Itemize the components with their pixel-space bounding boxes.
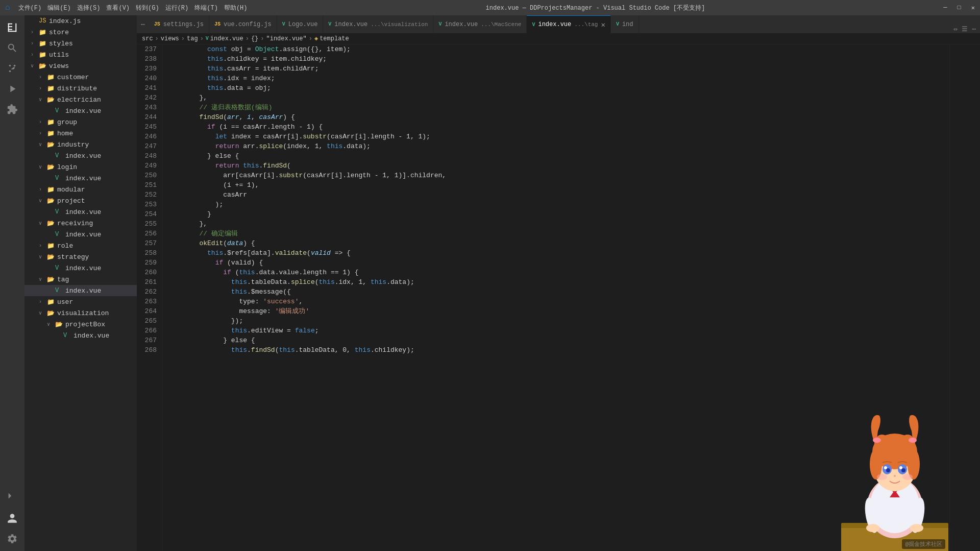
menu-bar[interactable]: 文件(F) 编辑(E) 选择(S) 查看(V) 转到(G) 运行(R) 终端(T… [18, 4, 248, 12]
sidebar-label: group [57, 118, 77, 126]
breadcrumb-tag[interactable]: tag [187, 35, 198, 42]
tab-index-mac[interactable]: V index.vue ...\MacScene [433, 15, 527, 33]
sidebar-item-indexjs[interactable]: JS index.js [24, 15, 137, 27]
sidebar-item-electrician-index[interactable]: V index.vue [24, 105, 137, 116]
more-actions-button[interactable]: ⋯ [972, 25, 976, 33]
code-line-260: if (this.data.value.length == 1) { [167, 268, 949, 277]
sidebar-item-projectbox[interactable]: ∨ 📂 projectBox [24, 319, 137, 330]
vue-icon: V [55, 208, 63, 215]
menu-goto[interactable]: 转到(G) [136, 4, 159, 12]
layout-button[interactable]: ☰ [962, 25, 968, 33]
activity-source-control[interactable] [4, 60, 20, 77]
more-tabs-button[interactable]: ⋯ [137, 15, 149, 33]
vue-icon: V [63, 332, 71, 339]
sidebar-label: index.js [49, 17, 81, 25]
menu-edit[interactable]: 编辑(E) [47, 4, 71, 12]
code-line-257: okEdit(data) { [167, 238, 949, 248]
sidebar-item-customer[interactable]: › 📁 customer [24, 71, 137, 83]
tab-close-button[interactable]: ✕ [601, 20, 605, 29]
vue-icon: V [55, 152, 63, 159]
vue-icon: V [55, 175, 63, 182]
tab-label: index.vue [538, 21, 571, 28]
sidebar-item-home[interactable]: › 📁 home [24, 128, 137, 139]
breadcrumb-file[interactable]: V index.vue [206, 35, 243, 42]
breadcrumb-views[interactable]: views [161, 35, 179, 42]
vscode-icon: ⌂ [5, 3, 10, 12]
sidebar-item-store[interactable]: › 📁 store [24, 27, 137, 38]
sidebar-item-styles[interactable]: › 📁 styles [24, 38, 137, 49]
activity-explorer[interactable] [4, 19, 20, 36]
breadcrumb-template[interactable]: ◈ template [314, 35, 349, 42]
tab-index-tag[interactable]: V index.vue ...\tag ✕ [527, 15, 610, 33]
tab-logo[interactable]: V Logo.vue [277, 15, 324, 33]
sidebar-item-project-index[interactable]: V index.vue [24, 206, 137, 218]
menu-help[interactable]: 帮助(H) [224, 4, 248, 12]
minimap [949, 44, 980, 551]
sidebar-item-industry[interactable]: ∨ 📂 industry [24, 139, 137, 150]
tab-index-vis[interactable]: V index.vue ...\visualization [323, 15, 433, 33]
menu-select[interactable]: 选择(S) [77, 4, 101, 12]
sidebar-item-electrician[interactable]: ∨ 📂 electrician [24, 94, 137, 105]
sidebar-item-project[interactable]: ∨ 📂 project [24, 195, 137, 206]
tab-vueconfig[interactable]: JS vue.config.js [209, 15, 277, 33]
sidebar-item-strategy[interactable]: ∨ 📂 strategy [24, 251, 137, 262]
window-controls[interactable]: ─ □ ✕ [943, 4, 975, 12]
sidebar-item-visualization[interactable]: ∨ 📂 visualization [24, 307, 137, 319]
tab-settings[interactable]: JS settings.js [149, 15, 209, 33]
svg-point-6 [9, 70, 11, 73]
tab-ind[interactable]: V ind [611, 15, 639, 33]
activity-settings[interactable] [4, 531, 20, 547]
activity-terminal[interactable] [4, 488, 20, 504]
code-editor[interactable]: 237 238 239 240 241 242 243 244 245 246 … [137, 44, 980, 551]
sidebar-item-login-index[interactable]: V index.vue [24, 173, 137, 184]
sidebar-label: projectBox [65, 321, 105, 328]
breadcrumb-src[interactable]: src [142, 35, 153, 42]
sidebar-label: tag [57, 276, 69, 283]
menu-terminal[interactable]: 终端(T) [194, 4, 218, 12]
sidebar-item-user[interactable]: › 📁 user [24, 296, 137, 307]
breadcrumb-indexvue-str[interactable]: "index.vue" [266, 35, 306, 42]
minimize-button[interactable]: ─ [943, 4, 947, 12]
code-line-244: findSd(arr, i, casArr) { [167, 112, 949, 122]
sidebar-item-receiving-index[interactable]: V index.vue [24, 229, 137, 240]
sidebar-item-receiving[interactable]: ∨ 📂 receiving [24, 218, 137, 229]
folder-icon: 📂 [47, 276, 55, 283]
code-line-240: this.idx = index; [167, 74, 949, 83]
activity-search[interactable] [4, 40, 20, 56]
activity-run[interactable] [4, 81, 20, 97]
code-line-264: message: '编辑成功' [167, 306, 949, 316]
activity-accounts[interactable] [4, 510, 20, 526]
sidebar-item-strategy-index[interactable]: V index.vue [24, 262, 137, 274]
sidebar-item-projectbox-index[interactable]: V index.vue [24, 330, 137, 341]
code-line-243: // 递归表格数据(编辑) [167, 103, 949, 112]
folder-icon: 📁 [47, 85, 55, 92]
sidebar-item-tag[interactable]: ∨ 📂 tag [24, 274, 137, 285]
code-line-265: }); [167, 316, 949, 326]
sidebar-item-views[interactable]: ∨ 📂 views [24, 60, 137, 71]
collapsed-arrow: › [39, 299, 47, 305]
vue-icon: V [55, 265, 63, 272]
close-button[interactable]: ✕ [971, 4, 975, 12]
code-line-248: } else { [167, 151, 949, 161]
split-editor-button[interactable]: ⇔ [953, 25, 958, 33]
menu-run[interactable]: 运行(R) [165, 4, 189, 12]
expanded-arrow: ∨ [39, 97, 47, 103]
menu-file[interactable]: 文件(F) [18, 4, 42, 12]
sidebar-item-utils[interactable]: › 📁 utils [24, 49, 137, 60]
activity-extensions[interactable] [4, 101, 20, 117]
sidebar-item-modular[interactable]: › 📁 modular [24, 184, 137, 195]
maximize-button[interactable]: □ [958, 4, 961, 12]
sidebar-item-group[interactable]: › 📁 group [24, 116, 137, 128]
sidebar-item-industry-index[interactable]: V index.vue [24, 150, 137, 161]
breadcrumb-sep: › [155, 35, 159, 42]
code-line-259: if (valid) { [167, 258, 949, 268]
breadcrumb-braces[interactable]: {} [251, 35, 258, 42]
code-line-251: (i += 1), [167, 180, 949, 190]
code-lines[interactable]: const obj = Object.assign({}, item); thi… [162, 44, 949, 551]
sidebar-item-tag-index[interactable]: V index.vue [24, 285, 137, 296]
sidebar-item-login[interactable]: ∨ 📂 login [24, 161, 137, 173]
sidebar-label: index.vue [74, 332, 109, 340]
sidebar-item-role[interactable]: › 📁 role [24, 240, 137, 251]
sidebar-item-distribute[interactable]: › 📁 distribute [24, 83, 137, 94]
menu-view[interactable]: 查看(V) [106, 4, 130, 12]
